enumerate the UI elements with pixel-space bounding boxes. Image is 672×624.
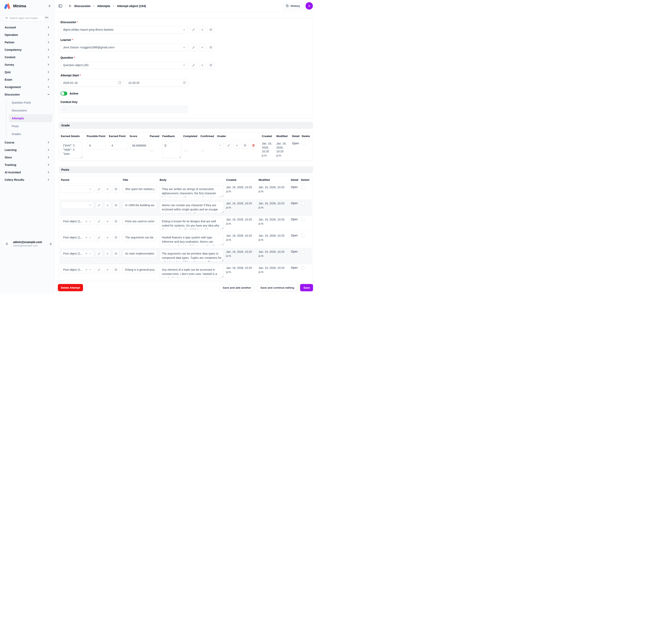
delete-attempt-button[interactable]: Delete Attempt <box>58 284 83 291</box>
post-delete-checkbox[interactable] <box>301 250 304 253</box>
sidebar-item-assignment[interactable]: Assignment <box>0 83 54 91</box>
sidebar-toggle-button[interactable] <box>58 3 63 8</box>
sidebar-item-tracking[interactable]: Tracking <box>0 161 54 168</box>
view-parent-button[interactable] <box>113 234 119 241</box>
clear-selection-icon[interactable] <box>85 236 87 239</box>
post-delete-checkbox[interactable] <box>301 202 304 205</box>
active-toggle[interactable] <box>60 92 67 96</box>
breadcrumb-attempts[interactable]: Attempts <box>97 4 110 8</box>
post-delete-checkbox[interactable] <box>301 234 304 237</box>
view-question-button[interactable] <box>208 61 214 69</box>
add-parent-button[interactable] <box>104 185 111 193</box>
attempt-start-date-input[interactable] <box>60 79 124 87</box>
add-learner-button[interactable] <box>199 44 205 51</box>
post-body-textarea[interactable]: Atoms can contain any character if they … <box>160 202 224 213</box>
sidebar-item-celery-results[interactable]: Celery Results <box>0 176 54 183</box>
clear-selection-icon[interactable] <box>85 269 87 271</box>
post-title-input[interactable] <box>123 250 157 257</box>
post-delete-checkbox[interactable] <box>301 185 304 189</box>
post-title-input[interactable] <box>123 185 157 193</box>
edit-parent-button[interactable] <box>96 202 102 209</box>
post-title-input[interactable] <box>123 266 157 273</box>
sidebar-item-store[interactable]: Store <box>0 154 54 161</box>
add-parent-button[interactable] <box>104 218 111 225</box>
post-detail-link[interactable]: Open <box>291 250 298 253</box>
view-learner-button[interactable] <box>208 44 214 51</box>
add-question-button[interactable] <box>199 61 205 69</box>
edit-question-button[interactable] <box>190 61 197 69</box>
sidebar-item-question-pools[interactable]: Question Pools <box>9 99 52 106</box>
save-and-continue-button[interactable]: Save and continue editing <box>257 284 298 291</box>
edit-learner-button[interactable] <box>190 44 197 51</box>
add-parent-button[interactable] <box>104 234 111 241</box>
post-detail-link[interactable]: Open <box>291 185 298 189</box>
post-body-textarea[interactable]: Haskell features a type system with type… <box>160 234 224 245</box>
edit-parent-button[interactable] <box>96 185 102 193</box>
edit-parent-button[interactable] <box>96 250 102 257</box>
post-body-textarea[interactable]: Erlang is known for its designs that are… <box>160 218 224 229</box>
sidebar-item-course[interactable]: Course <box>0 139 54 146</box>
add-discussion-button[interactable] <box>199 26 205 33</box>
add-parent-button[interactable] <box>104 250 111 257</box>
history-button[interactable]: History <box>283 3 303 9</box>
back-button[interactable] <box>68 3 73 8</box>
sidebar-item-account[interactable]: Account <box>0 24 54 31</box>
post-body-textarea[interactable]: They are written as strings of consecuti… <box>160 185 224 197</box>
edit-parent-button[interactable] <box>96 266 102 273</box>
clear-selection-icon[interactable] <box>85 253 87 255</box>
sidebar-item-survey[interactable]: Survey <box>0 61 54 68</box>
attempt-start-time-input[interactable] <box>126 79 188 87</box>
learner-select[interactable]: Jene Dotson <suggest1896@gmail.com> <box>60 44 188 51</box>
post-title-input[interactable] <box>123 202 157 209</box>
parent-select[interactable] <box>61 202 94 209</box>
discussion-select[interactable]: digest philips import greg illness baske… <box>60 26 188 33</box>
post-body-textarea[interactable]: Any element of a tuple can be accessed i… <box>160 266 224 278</box>
delete-grade-button[interactable] <box>250 142 257 149</box>
add-grader-button[interactable] <box>234 142 240 149</box>
post-detail-link[interactable]: Open <box>291 202 298 205</box>
grade-detail-link[interactable]: Open <box>292 142 299 145</box>
possible-point-input[interactable] <box>87 142 106 149</box>
earned-details-textarea[interactable]: {"post": 2, "reply": 2, "tutor <box>61 142 83 158</box>
sidebar-item-learning[interactable]: Learning <box>0 146 54 154</box>
edit-discussion-button[interactable] <box>190 26 197 33</box>
sidebar-collapse-icon[interactable] <box>48 4 51 7</box>
save-button[interactable]: Save <box>300 284 313 291</box>
user-menu[interactable]: admin@example.com admin@example.com <box>3 240 52 248</box>
edit-grader-button[interactable] <box>225 142 232 149</box>
post-detail-link[interactable]: Open <box>291 234 298 237</box>
breadcrumb-discussion[interactable]: Discussion <box>74 4 91 8</box>
earned-point-input[interactable] <box>109 142 128 149</box>
parent-select[interactable]: Post object (1... <box>61 250 94 257</box>
sidebar-item-discussion[interactable]: Discussion <box>0 91 54 98</box>
sidebar-item-discussions[interactable]: Discussions <box>9 106 52 114</box>
view-parent-button[interactable] <box>113 218 119 225</box>
feedback-textarea[interactable]: {} <box>162 142 181 158</box>
post-title-input[interactable] <box>123 234 157 241</box>
parent-select[interactable]: Post object (1... <box>61 234 94 241</box>
sidebar-item-exam[interactable]: Exam <box>0 76 54 83</box>
sidebar-item-attempts[interactable]: Attempts <box>9 114 52 122</box>
sidebar-item-competency[interactable]: Competency <box>0 46 54 53</box>
grade-delete-checkbox[interactable] <box>302 142 305 145</box>
post-detail-link[interactable]: Open <box>291 218 298 221</box>
sidebar-item-content[interactable]: Content <box>0 53 54 61</box>
grader-select[interactable] <box>217 142 224 149</box>
score-input[interactable] <box>130 142 149 149</box>
sidebar-item-ai-assistant[interactable]: AI Assistant <box>0 168 54 176</box>
parent-select[interactable]: Post object (1... <box>61 218 94 225</box>
edit-parent-button[interactable] <box>96 234 102 241</box>
add-parent-button[interactable] <box>104 202 111 209</box>
brand-header[interactable]: Minima <box>0 0 54 12</box>
add-parent-button[interactable] <box>104 266 111 273</box>
post-detail-link[interactable]: Open <box>291 266 298 269</box>
sidebar-item-quiz[interactable]: Quiz <box>0 68 54 76</box>
edit-parent-button[interactable] <box>96 218 102 225</box>
post-delete-checkbox[interactable] <box>301 266 304 269</box>
sidebar-item-posts[interactable]: Posts <box>9 122 52 130</box>
post-title-input[interactable] <box>123 218 157 225</box>
parent-select[interactable] <box>61 185 94 193</box>
sidebar-item-partner[interactable]: Partner <box>0 38 54 46</box>
post-body-textarea[interactable]: The arguments can be primitive data type… <box>160 250 224 262</box>
sidebar-item-grades[interactable]: Grades <box>9 130 52 138</box>
